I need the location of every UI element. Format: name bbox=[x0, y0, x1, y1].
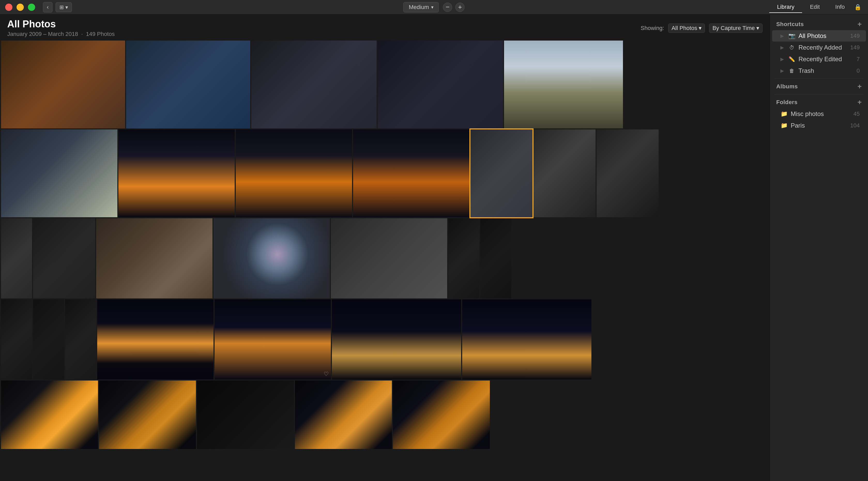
photo-cell[interactable] bbox=[331, 218, 447, 298]
header-left: All Photos January 2009 – March 2018 · 1… bbox=[7, 19, 115, 37]
sidebar-item-recently-added[interactable]: ▶ ⏱ Recently Added 149 bbox=[772, 42, 866, 53]
sidebar-item-trash[interactable]: ▶ 🗑 Trash 0 bbox=[772, 65, 866, 76]
photo-cell[interactable] bbox=[448, 218, 479, 298]
main-layout: All Photos January 2009 – March 2018 · 1… bbox=[0, 14, 868, 481]
expand-icon: ▶ bbox=[780, 45, 784, 51]
titlebar: ‹ ⊞ ▾ Medium ▾ − + Library Edit Info 🔒 bbox=[0, 0, 868, 14]
sidebar-item-label: All Photos bbox=[799, 32, 847, 39]
expand-icon: ▶ bbox=[780, 33, 784, 39]
photo-cell-selected[interactable] bbox=[470, 129, 532, 217]
heart-icon: ♡ bbox=[323, 371, 329, 377]
photo-cell[interactable] bbox=[480, 218, 511, 298]
photo-cell[interactable] bbox=[504, 40, 623, 128]
medium-label: Medium bbox=[409, 4, 429, 10]
expand-icon: ▶ bbox=[780, 56, 784, 62]
photo-cell[interactable] bbox=[378, 40, 503, 128]
photo-row-3 bbox=[1, 218, 769, 298]
photo-area: All Photos January 2009 – March 2018 · 1… bbox=[0, 14, 770, 481]
showing-chevron-icon: ▾ bbox=[699, 25, 702, 32]
photo-cell[interactable] bbox=[96, 218, 213, 298]
sidebar-item-label: Recently Added bbox=[799, 44, 847, 51]
photo-grid[interactable]: ♡ bbox=[0, 39, 770, 481]
sidebar-item-misc-photos[interactable]: 📁 Misc photos 45 bbox=[772, 108, 866, 120]
showing-label: Showing: bbox=[641, 25, 664, 32]
albums-label: Albums bbox=[776, 83, 798, 90]
shortcuts-header: Shortcuts + bbox=[770, 19, 868, 30]
photo-row-5 bbox=[1, 381, 769, 449]
photo-header: All Photos January 2009 – March 2018 · 1… bbox=[0, 14, 770, 39]
grid-view-button[interactable]: ⊞ ▾ bbox=[56, 2, 72, 12]
showing-value: All Photos bbox=[672, 25, 697, 32]
photo-cell[interactable] bbox=[1, 129, 117, 217]
photo-cell[interactable] bbox=[353, 129, 469, 217]
photo-cell[interactable] bbox=[65, 299, 96, 380]
traffic-lights bbox=[5, 4, 35, 11]
sidebar-item-count: 7 bbox=[857, 56, 860, 63]
zoom-out-button[interactable]: − bbox=[443, 3, 452, 12]
sidebar-divider bbox=[774, 78, 864, 79]
showing-dropdown[interactable]: All Photos ▾ bbox=[668, 24, 705, 33]
photo-cell[interactable] bbox=[533, 129, 595, 217]
photo-cell[interactable] bbox=[1, 381, 98, 449]
photo-cell[interactable] bbox=[1, 299, 32, 380]
sort-value: By Capture Time bbox=[712, 25, 755, 32]
recently-added-icon: ⏱ bbox=[788, 45, 795, 51]
photo-cell[interactable] bbox=[462, 299, 591, 380]
tab-edit[interactable]: Edit bbox=[802, 2, 828, 13]
photo-cell[interactable] bbox=[99, 381, 196, 449]
tab-info[interactable]: Info bbox=[828, 2, 852, 13]
photo-cell[interactable] bbox=[393, 381, 490, 449]
trash-icon: 🗑 bbox=[788, 68, 795, 74]
sidebar-item-all-photos[interactable]: ▶ 📷 All Photos 149 bbox=[772, 30, 866, 41]
folders-add-button[interactable]: + bbox=[858, 99, 862, 106]
photo-cell[interactable] bbox=[33, 299, 64, 380]
titlebar-tabs: Library Edit Info 🔒 bbox=[769, 2, 863, 13]
date-range: January 2009 – March 2018 bbox=[7, 31, 78, 37]
sidebar-item-count: 104 bbox=[850, 122, 860, 129]
photo-cell[interactable] bbox=[33, 218, 95, 298]
photo-cell[interactable] bbox=[251, 40, 377, 128]
back-button[interactable]: ‹ bbox=[43, 2, 53, 12]
photo-cell[interactable] bbox=[97, 299, 214, 380]
photo-cell[interactable] bbox=[1, 40, 125, 128]
sidebar-item-count: 149 bbox=[850, 33, 860, 39]
photo-cell[interactable] bbox=[1, 218, 32, 298]
sort-dropdown[interactable]: By Capture Time ▾ bbox=[709, 24, 763, 33]
sidebar-item-label: Trash bbox=[799, 67, 854, 74]
photo-cell[interactable] bbox=[236, 129, 352, 217]
medium-button[interactable]: Medium ▾ bbox=[403, 2, 439, 12]
zoom-in-button[interactable]: + bbox=[456, 3, 465, 12]
shortcuts-add-button[interactable]: + bbox=[858, 21, 862, 28]
photo-cell[interactable]: ♡ bbox=[215, 299, 331, 380]
sort-chevron-icon: ▾ bbox=[756, 25, 759, 32]
photo-count: 149 Photos bbox=[86, 31, 115, 37]
photo-cell[interactable] bbox=[126, 40, 250, 128]
titlebar-center: Medium ▾ − + bbox=[403, 2, 465, 12]
sidebar-item-recently-edited[interactable]: ▶ ✏️ Recently Edited 7 bbox=[772, 54, 866, 65]
photo-cell[interactable] bbox=[597, 129, 659, 217]
photo-cell[interactable] bbox=[332, 299, 461, 380]
maximize-button[interactable] bbox=[28, 4, 35, 11]
sidebar-item-paris[interactable]: 📁 Paris 104 bbox=[772, 120, 866, 131]
photo-cell[interactable] bbox=[197, 381, 294, 449]
showing-controls: Showing: All Photos ▾ By Capture Time ▾ bbox=[641, 24, 763, 33]
photo-cell[interactable] bbox=[214, 218, 330, 298]
recently-edited-icon: ✏️ bbox=[788, 56, 795, 62]
lock-icon: 🔒 bbox=[852, 2, 863, 13]
zoom-controls: − + bbox=[443, 3, 465, 12]
folders-label: Folders bbox=[776, 99, 798, 106]
sidebar-item-label: Recently Edited bbox=[799, 56, 854, 63]
close-button[interactable] bbox=[5, 4, 12, 11]
photo-cell[interactable] bbox=[118, 129, 235, 217]
photo-cell[interactable] bbox=[295, 381, 392, 449]
folder-icon: 📁 bbox=[780, 122, 787, 129]
sidebar: Shortcuts + ▶ 📷 All Photos 149 ▶ ⏱ Recen… bbox=[770, 14, 868, 481]
folders-header: Folders + bbox=[770, 97, 868, 108]
albums-add-button[interactable]: + bbox=[858, 83, 862, 90]
all-photos-icon: 📷 bbox=[788, 33, 795, 39]
minimize-button[interactable] bbox=[17, 4, 24, 11]
tab-library[interactable]: Library bbox=[769, 2, 802, 13]
nav-controls: ‹ ⊞ ▾ bbox=[43, 2, 72, 12]
sidebar-item-label: Paris bbox=[791, 122, 847, 129]
photo-row-1 bbox=[1, 40, 769, 128]
